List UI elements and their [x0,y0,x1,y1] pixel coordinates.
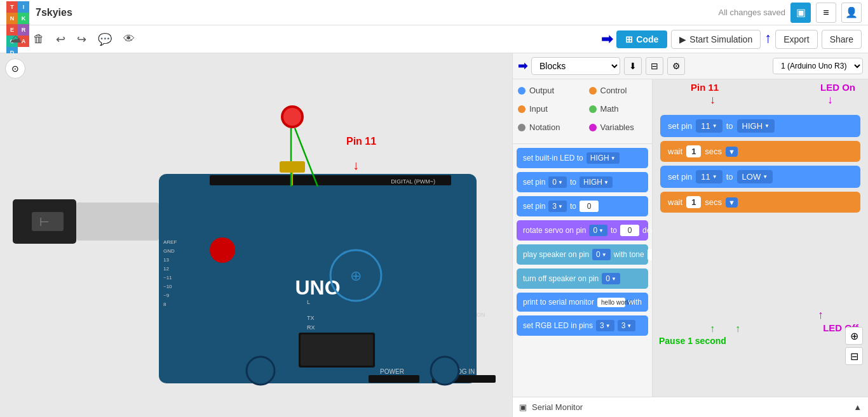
eye-btn[interactable]: 👁 [119,30,139,48]
block-view-btn[interactable]: ▣ [790,3,811,23]
block-print-serial[interactable]: print to serial monitor hello world with [517,293,648,312]
undo-btn[interactable]: ↩ [52,30,69,49]
led-on-label: LED On [820,82,855,93]
main: ⊢ ARDUINO UNO ⊕ DIGITAL (PWM~) AREF GND … [0,53,868,417]
category-variables[interactable]: Variables [589,122,648,132]
arduino-board-svg: ⊢ ARDUINO UNO ⊕ DIGITAL (PWM~) AREF GND … [13,60,496,396]
serial-monitor-label: Serial Monitor [532,402,583,412]
svg-text:⊕: ⊕ [350,268,362,284]
canvas-area[interactable]: ⊢ ARDUINO UNO ⊕ DIGITAL (PWM~) AREF GND … [0,53,512,417]
start-simulation-button[interactable]: ▶ Start Simulation [671,30,761,49]
logo-n: N [6,13,18,24]
variables-label: Variables [600,122,634,132]
category-output[interactable]: Output [518,86,576,95]
svg-rect-28 [369,375,419,383]
zoom-out-btn[interactable]: ⊟ [845,347,863,365]
rp-block-set-pin-11-low[interactable]: set pin 11 ▼ to LOW ▼ [660,166,860,188]
block-play-speaker[interactable]: play speaker on pin 0 ▼ with tone 60 [517,244,648,265]
logo-k: K [18,13,29,24]
block-set-rgb-led[interactable]: set RGB LED in pins 3 ▼ 3 ▼ [517,315,648,336]
control-dot [589,87,597,95]
pause-arrow1: ↑ [710,323,715,334]
trash-btn[interactable]: 🗑 [29,30,48,48]
svg-rect-3 [76,202,159,241]
block-rotate-servo[interactable]: rotate servo on pin 0 ▼ to 0 degre [517,220,648,241]
category-math[interactable]: Math [589,104,648,114]
math-label: Math [600,104,619,114]
rp-pin11-arrow: ↓ [710,93,715,107]
serial-monitor-icon: ▣ [519,402,527,412]
svg-text:GND: GND [163,248,175,254]
svg-text:~11: ~11 [163,275,172,281]
led-on-arrow: ↓ [827,93,833,107]
notation-label: Notation [529,122,560,132]
device-select[interactable]: 1 (Arduino Uno R3) [773,58,863,74]
svg-text:AREF: AREF [163,239,177,245]
block-set-pin-0-high[interactable]: set pin 0 ▼ to HIGH ▼ [517,172,648,192]
svg-text:ON: ON [477,312,485,318]
all-changes-saved: All changes saved [718,8,785,17]
category-notation[interactable]: Notation [518,122,576,132]
svg-rect-37 [301,334,373,366]
serial-monitor-expand[interactable]: ▲ [853,402,862,412]
arrow-code: ➡ [601,31,613,48]
blocks-download-btn[interactable]: ⬇ [624,57,642,75]
input-label: Input [529,104,548,114]
comment-btn[interactable]: 💬 [94,30,116,49]
logo-i: I [18,1,29,13]
svg-point-25 [210,237,235,263]
svg-text:12: 12 [163,266,169,272]
right-panel: ➡ Blocks Text Split ⬇ ⊟ ⚙ 1 (Arduino Uno… [512,53,868,417]
svg-text:⊢: ⊢ [39,216,50,228]
blocks-palette: set built-in LED to HIGH ▼ set pin 0 ▼ t… [513,144,652,397]
category-control[interactable]: Control [589,86,648,95]
zoom-in-btn[interactable]: ⊕ [845,327,863,345]
blocks-content: Output Control Input Math [513,79,868,397]
serial-monitor-bar[interactable]: ▣ Serial Monitor ▲ [513,397,868,417]
rp-block-wait-1[interactable]: wait 1 secs ▼ [660,141,860,162]
rp-pin11-label: Pin 11 [691,82,719,93]
code-icon: ⊞ [625,34,633,44]
redo-btn[interactable]: ↪ [73,30,90,49]
svg-point-34 [247,357,275,385]
code-label: Code [636,34,658,44]
svg-text:DIGITAL (PWM~): DIGITAL (PWM~) [391,178,435,185]
svg-text:~10: ~10 [163,284,172,289]
code-blocks-panel: set pin 11 ▼ to HIGH ▼ wait 1 secs ▼ set… [653,79,868,397]
header-right: All changes saved ▣ ≡ 👤 [718,3,862,23]
rp-block-set-pin-11-high[interactable]: set pin 11 ▼ to HIGH ▼ [660,115,860,137]
start-sim-label: Start Simulation [689,34,752,44]
block-turn-off-speaker[interactable]: turn off speaker on pin 0 ▼ [517,268,648,289]
input-dot [518,105,526,113]
export-button[interactable]: Export [775,30,817,49]
svg-text:~9: ~9 [163,293,170,298]
output-dot [518,87,526,95]
svg-text:13: 13 [163,257,169,263]
block-set-pin-3[interactable]: set pin 3 ▼ to 0 [517,196,648,216]
header-left: T I N K E R C A D 7skyies [6,1,72,24]
pause-arrow2: ↑ [735,323,740,334]
blocks-select[interactable]: Blocks Text Split [531,57,620,75]
app-title: 7skyies [36,7,72,18]
play-icon: ▶ [679,34,686,44]
svg-text:POWER: POWER [380,368,404,375]
code-button[interactable]: ⊞ Code [616,30,667,48]
blocks-gear-btn[interactable]: ⚙ [667,57,685,75]
list-view-btn[interactable]: ≡ [816,3,836,23]
svg-point-35 [431,357,459,385]
category-input[interactable]: Input [518,104,576,114]
profile-btn[interactable]: 👤 [841,3,862,23]
category-grid: Output Control Input Math [518,86,647,137]
share-button[interactable]: Share [822,30,862,49]
terrain-btn[interactable]: ⛰ [6,30,25,48]
logo: T I N K E R C A D [6,1,29,24]
arrow-sim: ↑ [764,30,771,46]
view-reset-btn[interactable]: ⊙ [5,58,25,79]
zoom-controls: ⊕ ⊟ [845,327,863,365]
pause-label: Pause 1 second [659,336,726,346]
led-off-arrow: ↑ [818,308,824,322]
block-set-builtin-led[interactable]: set built-in LED to HIGH ▼ [517,148,648,168]
blocks-toolbar: ➡ Blocks Text Split ⬇ ⊟ ⚙ 1 (Arduino Uno… [513,53,868,79]
rp-block-wait-2[interactable]: wait 1 secs ▼ [660,192,860,213]
blocks-minus-btn[interactable]: ⊟ [646,57,663,75]
